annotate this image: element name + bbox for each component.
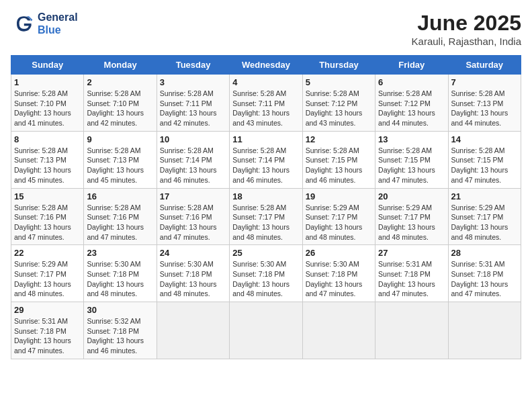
logo-icon <box>11 11 35 36</box>
day-info: Sunrise: 5:32 AM Sunset: 7:18 PM Dayligh… <box>87 316 153 356</box>
calendar-title: June 2025 <box>412 11 521 36</box>
day-info: Sunrise: 5:30 AM Sunset: 7:18 PM Dayligh… <box>306 259 372 299</box>
day-cell: 2Sunrise: 5:28 AM Sunset: 7:10 PM Daylig… <box>84 75 157 132</box>
day-cell: 19Sunrise: 5:29 AM Sunset: 7:17 PM Dayli… <box>302 188 375 245</box>
day-info: Sunrise: 5:28 AM Sunset: 7:13 PM Dayligh… <box>87 146 153 185</box>
day-cell: 21Sunrise: 5:29 AM Sunset: 7:17 PM Dayli… <box>448 188 521 245</box>
day-info: Sunrise: 5:31 AM Sunset: 7:18 PM Dayligh… <box>378 259 445 299</box>
week-row-4: 22Sunrise: 5:29 AM Sunset: 7:17 PM Dayli… <box>11 245 521 302</box>
day-cell: 10Sunrise: 5:28 AM Sunset: 7:14 PM Dayli… <box>157 131 229 188</box>
day-cell: 7Sunrise: 5:28 AM Sunset: 7:13 PM Daylig… <box>448 75 521 132</box>
day-cell <box>375 302 448 359</box>
day-number: 3 <box>160 77 226 87</box>
day-number: 16 <box>87 191 153 201</box>
day-number: 17 <box>160 191 226 201</box>
day-info: Sunrise: 5:28 AM Sunset: 7:12 PM Dayligh… <box>378 89 445 128</box>
day-info: Sunrise: 5:28 AM Sunset: 7:11 PM Dayligh… <box>160 89 226 128</box>
day-info: Sunrise: 5:29 AM Sunset: 7:17 PM Dayligh… <box>306 203 372 242</box>
day-number: 24 <box>160 248 226 258</box>
day-cell: 17Sunrise: 5:28 AM Sunset: 7:16 PM Dayli… <box>157 188 229 245</box>
column-header-saturday: Saturday <box>448 56 521 75</box>
day-info: Sunrise: 5:28 AM Sunset: 7:16 PM Dayligh… <box>87 203 153 242</box>
day-cell: 9Sunrise: 5:28 AM Sunset: 7:13 PM Daylig… <box>84 131 157 188</box>
day-info: Sunrise: 5:29 AM Sunset: 7:17 PM Dayligh… <box>378 203 445 242</box>
day-number: 28 <box>451 248 518 258</box>
day-number: 12 <box>306 134 372 144</box>
day-info: Sunrise: 5:28 AM Sunset: 7:17 PM Dayligh… <box>232 203 299 242</box>
column-header-sunday: Sunday <box>11 56 84 75</box>
day-cell <box>157 302 229 359</box>
day-cell: 6Sunrise: 5:28 AM Sunset: 7:12 PM Daylig… <box>375 75 448 132</box>
header-row: SundayMondayTuesdayWednesdayThursdayFrid… <box>11 56 521 75</box>
day-number: 26 <box>306 248 372 258</box>
day-info: Sunrise: 5:28 AM Sunset: 7:10 PM Dayligh… <box>87 89 153 128</box>
day-info: Sunrise: 5:28 AM Sunset: 7:14 PM Dayligh… <box>160 146 226 185</box>
day-cell: 25Sunrise: 5:30 AM Sunset: 7:18 PM Dayli… <box>230 245 302 302</box>
day-number: 21 <box>451 191 518 201</box>
day-cell: 27Sunrise: 5:31 AM Sunset: 7:18 PM Dayli… <box>375 245 448 302</box>
day-number: 14 <box>451 134 518 144</box>
day-cell: 13Sunrise: 5:28 AM Sunset: 7:15 PM Dayli… <box>375 131 448 188</box>
calendar-table: SundayMondayTuesdayWednesdayThursdayFrid… <box>11 55 521 359</box>
day-cell: 1Sunrise: 5:28 AM Sunset: 7:10 PM Daylig… <box>11 75 84 132</box>
day-cell <box>448 302 521 359</box>
day-cell: 24Sunrise: 5:30 AM Sunset: 7:18 PM Dayli… <box>157 245 229 302</box>
week-row-2: 8Sunrise: 5:28 AM Sunset: 7:13 PM Daylig… <box>11 131 521 188</box>
day-cell: 11Sunrise: 5:28 AM Sunset: 7:14 PM Dayli… <box>230 131 302 188</box>
logo-line2: Blue <box>38 24 78 36</box>
day-cell: 26Sunrise: 5:30 AM Sunset: 7:18 PM Dayli… <box>302 245 375 302</box>
day-info: Sunrise: 5:28 AM Sunset: 7:12 PM Dayligh… <box>306 89 372 128</box>
day-number: 30 <box>87 305 153 315</box>
day-number: 15 <box>14 191 81 201</box>
page-header: General Blue June 2025 Karauli, Rajastha… <box>11 11 521 47</box>
day-info: Sunrise: 5:28 AM Sunset: 7:14 PM Dayligh… <box>232 146 299 185</box>
day-number: 8 <box>14 134 81 144</box>
day-cell <box>302 302 375 359</box>
day-number: 5 <box>306 77 372 87</box>
day-number: 22 <box>14 248 81 258</box>
day-info: Sunrise: 5:31 AM Sunset: 7:18 PM Dayligh… <box>14 316 81 356</box>
day-info: Sunrise: 5:29 AM Sunset: 7:17 PM Dayligh… <box>451 203 518 242</box>
week-row-1: 1Sunrise: 5:28 AM Sunset: 7:10 PM Daylig… <box>11 75 521 132</box>
day-info: Sunrise: 5:28 AM Sunset: 7:13 PM Dayligh… <box>14 146 81 185</box>
day-cell <box>230 302 302 359</box>
day-cell: 14Sunrise: 5:28 AM Sunset: 7:15 PM Dayli… <box>448 131 521 188</box>
day-cell: 28Sunrise: 5:31 AM Sunset: 7:18 PM Dayli… <box>448 245 521 302</box>
day-number: 20 <box>378 191 445 201</box>
day-info: Sunrise: 5:28 AM Sunset: 7:15 PM Dayligh… <box>451 146 518 185</box>
day-info: Sunrise: 5:31 AM Sunset: 7:18 PM Dayligh… <box>451 259 518 299</box>
logo: General Blue <box>11 11 78 36</box>
day-number: 25 <box>232 248 299 258</box>
day-info: Sunrise: 5:28 AM Sunset: 7:16 PM Dayligh… <box>160 203 226 242</box>
day-info: Sunrise: 5:30 AM Sunset: 7:18 PM Dayligh… <box>87 259 153 299</box>
week-row-5: 29Sunrise: 5:31 AM Sunset: 7:18 PM Dayli… <box>11 302 521 359</box>
calendar-subtitle: Karauli, Rajasthan, India <box>412 36 521 47</box>
day-info: Sunrise: 5:29 AM Sunset: 7:17 PM Dayligh… <box>14 259 81 299</box>
column-header-friday: Friday <box>375 56 448 75</box>
day-cell: 20Sunrise: 5:29 AM Sunset: 7:17 PM Dayli… <box>375 188 448 245</box>
day-cell: 15Sunrise: 5:28 AM Sunset: 7:16 PM Dayli… <box>11 188 84 245</box>
day-cell: 4Sunrise: 5:28 AM Sunset: 7:11 PM Daylig… <box>230 75 302 132</box>
day-number: 27 <box>378 248 445 258</box>
day-info: Sunrise: 5:28 AM Sunset: 7:15 PM Dayligh… <box>306 146 372 185</box>
day-cell: 5Sunrise: 5:28 AM Sunset: 7:12 PM Daylig… <box>302 75 375 132</box>
day-number: 18 <box>232 191 299 201</box>
day-number: 13 <box>378 134 445 144</box>
day-cell: 16Sunrise: 5:28 AM Sunset: 7:16 PM Dayli… <box>84 188 157 245</box>
day-info: Sunrise: 5:28 AM Sunset: 7:13 PM Dayligh… <box>451 89 518 128</box>
day-info: Sunrise: 5:30 AM Sunset: 7:18 PM Dayligh… <box>232 259 299 299</box>
logo-line1: General <box>38 11 78 24</box>
day-number: 6 <box>378 77 445 87</box>
day-cell: 22Sunrise: 5:29 AM Sunset: 7:17 PM Dayli… <box>11 245 84 302</box>
day-number: 19 <box>306 191 372 201</box>
day-info: Sunrise: 5:30 AM Sunset: 7:18 PM Dayligh… <box>160 259 226 299</box>
day-number: 4 <box>232 77 299 87</box>
day-number: 29 <box>14 305 81 315</box>
week-row-3: 15Sunrise: 5:28 AM Sunset: 7:16 PM Dayli… <box>11 188 521 245</box>
day-cell: 29Sunrise: 5:31 AM Sunset: 7:18 PM Dayli… <box>11 302 84 359</box>
day-number: 2 <box>87 77 153 87</box>
column-header-monday: Monday <box>84 56 157 75</box>
day-number: 9 <box>87 134 153 144</box>
day-cell: 23Sunrise: 5:30 AM Sunset: 7:18 PM Dayli… <box>84 245 157 302</box>
day-cell: 30Sunrise: 5:32 AM Sunset: 7:18 PM Dayli… <box>84 302 157 359</box>
